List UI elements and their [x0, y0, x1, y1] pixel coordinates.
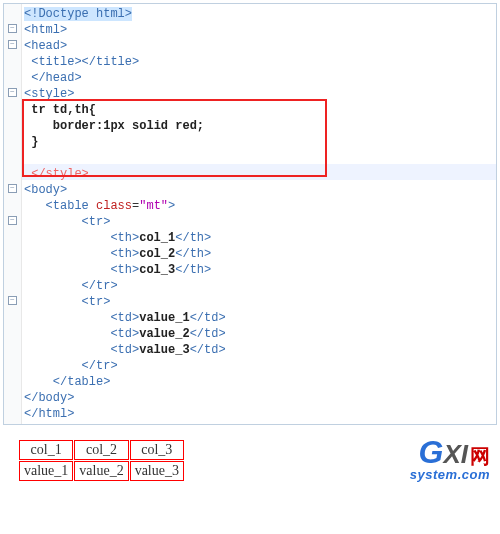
fold-icon[interactable]: −: [8, 184, 17, 193]
table-cell: value_2: [74, 461, 128, 481]
fold-icon[interactable]: −: [8, 40, 17, 49]
table-header: col_2: [74, 440, 128, 460]
output-section: col_1 col_2 col_3 value_1 value_2 value_…: [0, 428, 500, 490]
logo-letter: G: [419, 434, 444, 470]
table-cell: value_1: [19, 461, 73, 481]
fold-icon[interactable]: −: [8, 88, 17, 97]
table-cell: value_3: [130, 461, 184, 481]
logo-letter: XI: [443, 439, 468, 469]
rendered-table: col_1 col_2 col_3 value_1 value_2 value_…: [18, 439, 185, 482]
code-editor: − − − − − −: [3, 3, 497, 425]
highlight-box: [22, 99, 327, 177]
fold-icon[interactable]: −: [8, 24, 17, 33]
fold-icon[interactable]: −: [8, 216, 17, 225]
table-header: col_1: [19, 440, 73, 460]
table-row: value_1 value_2 value_3: [19, 461, 184, 481]
logo-letter: 网: [470, 445, 490, 467]
table-row: col_1 col_2 col_3: [19, 440, 184, 460]
fold-icon[interactable]: −: [8, 296, 17, 305]
logo-subtitle: system.com: [410, 467, 490, 482]
fold-gutter: − − − − − −: [4, 4, 22, 424]
watermark-logo: GXI网 system.com: [410, 434, 490, 482]
code-area[interactable]: <!Doctype html> <html> <head> <title></t…: [22, 4, 496, 424]
table-header: col_3: [130, 440, 184, 460]
